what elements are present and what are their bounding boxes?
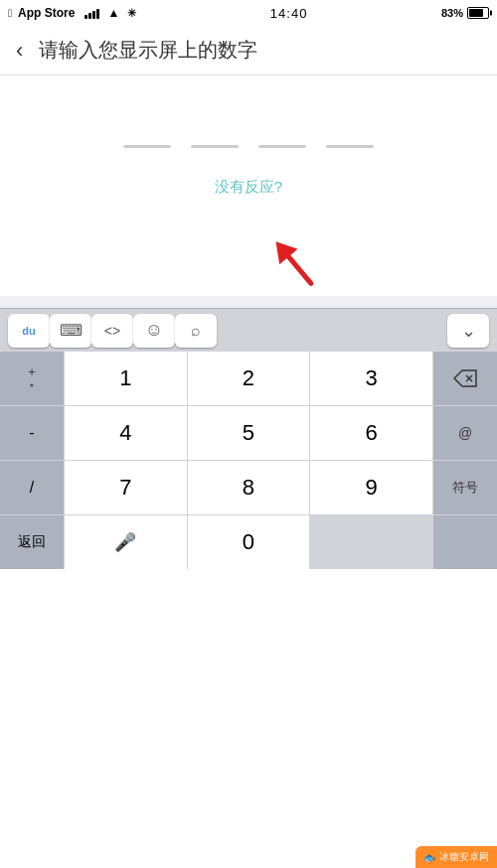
time-display: 14:40	[270, 6, 308, 21]
page-title: 请输入您显示屏上的数字	[39, 37, 257, 64]
key-2[interactable]: 2	[188, 352, 310, 405]
code-dash-3	[258, 145, 306, 148]
toolbar-du-btn[interactable]: du	[8, 314, 50, 348]
key-7[interactable]: 7	[65, 461, 187, 514]
key-3[interactable]: 3	[310, 352, 432, 405]
key-symbol[interactable]: 符号	[433, 461, 497, 514]
status-right: 83%	[441, 7, 489, 19]
code-input-row	[123, 145, 374, 148]
key-return[interactable]: 返回	[0, 515, 64, 569]
apple-icon: 	[8, 7, 12, 19]
key-8[interactable]: 8	[188, 461, 310, 514]
code-dash-2	[191, 145, 239, 148]
signal-bar-2	[88, 13, 91, 19]
svg-marker-1	[266, 233, 297, 264]
key-6[interactable]: 6	[310, 406, 432, 460]
key-zero[interactable]: 0	[188, 515, 310, 569]
key-bottom-right	[433, 515, 497, 569]
signal-bar-4	[96, 9, 99, 19]
mic-icon: 🎤	[114, 531, 136, 553]
back-button[interactable]: ‹	[16, 38, 23, 64]
delete-icon	[453, 369, 477, 387]
key-delete[interactable]	[433, 352, 497, 405]
battery-fill	[469, 9, 483, 17]
status-bar:  App Store ▲ ✳ 14:40 83%	[0, 0, 497, 26]
plus-label: +	[28, 364, 36, 379]
key-5[interactable]: 5	[188, 406, 310, 460]
signal-bar-1	[84, 15, 87, 19]
key-plus-star[interactable]: + *	[0, 352, 64, 405]
wifi-icon: ▲	[107, 6, 119, 20]
keyboard-icon: ⌨	[60, 321, 83, 340]
key-at[interactable]: @	[433, 406, 497, 460]
watermark-icon: 🐟	[423, 852, 435, 863]
key-slash[interactable]: /	[0, 461, 64, 514]
main-content: 没有反应?	[0, 75, 497, 217]
watermark: 🐟 冰糖安卓网	[415, 846, 497, 868]
key-minus[interactable]: -	[0, 406, 64, 460]
separator	[0, 296, 497, 308]
keyboard-toolbar: du ⌨ <> ☺ ⌕ ⌄	[0, 308, 497, 352]
code-icon: <>	[104, 323, 120, 339]
key-4[interactable]: 4	[65, 406, 187, 460]
key-mic[interactable]: 🎤	[65, 515, 187, 569]
signal-bars	[84, 7, 99, 19]
key-1[interactable]: 1	[65, 352, 187, 405]
signal-bar-3	[92, 11, 95, 19]
dismiss-icon: ⌄	[461, 320, 476, 342]
svg-line-0	[282, 249, 311, 283]
emoji-icon: ☺	[145, 320, 163, 341]
watermark-text: 冰糖安卓网	[439, 850, 489, 864]
toolbar-dismiss-btn[interactable]: ⌄	[447, 314, 489, 348]
app-name: App Store	[18, 6, 75, 20]
toolbar-keyboard-btn[interactable]: ⌨	[50, 314, 91, 348]
no-response-link[interactable]: 没有反应?	[215, 178, 282, 197]
nav-bar: ‹ 请输入您显示屏上的数字	[0, 26, 497, 75]
battery-percent: 83%	[441, 7, 463, 19]
battery-icon	[467, 7, 489, 19]
key-9[interactable]: 9	[310, 461, 432, 514]
du-label: du	[22, 325, 35, 337]
toolbar-search-btn[interactable]: ⌕	[175, 314, 217, 348]
toolbar-emoji-btn[interactable]: ☺	[133, 314, 175, 348]
code-dash-1	[123, 145, 171, 148]
star-label: *	[30, 381, 34, 393]
toolbar-code-btn[interactable]: <>	[91, 314, 133, 348]
brightness-icon: ✳	[127, 7, 136, 20]
search-icon: ⌕	[191, 322, 201, 340]
code-dash-4	[326, 145, 374, 148]
status-left:  App Store ▲ ✳	[8, 6, 136, 20]
numeric-keyboard: + * 1 2 3 - 4 5 6 @ / 7 8 9 符号 返回 🎤 0	[0, 352, 497, 569]
